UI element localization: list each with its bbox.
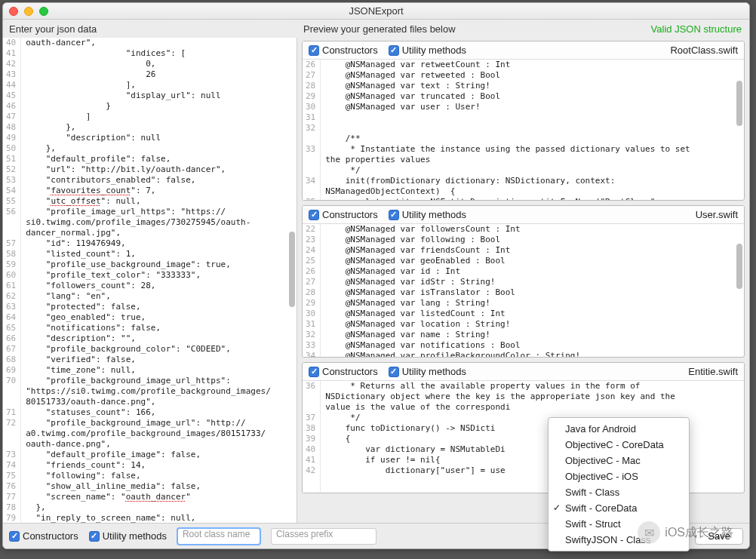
file-name: RootClass.swift xyxy=(670,45,738,56)
utility-label: Utility methods xyxy=(402,45,466,56)
left-header: Enter your json data xyxy=(3,23,297,35)
utility-check[interactable]: Utility methods xyxy=(389,45,466,56)
code-preview[interactable]: 22 23 24 25 26 27 28 29 30 31 32 33 34 3… xyxy=(303,224,744,357)
checkbox-icon[interactable] xyxy=(89,531,100,542)
checkbox-icon[interactable] xyxy=(309,210,319,220)
line-gutter: 26 27 28 29 30 31 32 33 34 35 36 xyxy=(303,60,321,200)
panel-header: Constructors Utility methods RootClass.s… xyxy=(303,41,744,60)
dropdown-item[interactable]: ObjectiveC - iOS xyxy=(549,468,689,484)
placeholder-text: Classes prefix xyxy=(276,529,333,539)
zoom-icon[interactable] xyxy=(39,7,48,16)
checkbox-icon[interactable] xyxy=(309,367,319,377)
wechat-icon: ✉ xyxy=(638,521,660,544)
scrollbar-thumb[interactable] xyxy=(736,81,742,126)
scrollbar-thumb[interactable] xyxy=(736,244,742,289)
constructors-check[interactable]: Constructors xyxy=(309,366,378,377)
dropdown-item[interactable]: Swift - CoreData xyxy=(549,500,689,516)
checkbox-icon[interactable] xyxy=(389,210,399,220)
window-title: JSONExport xyxy=(3,5,749,17)
line-gutter: 36 37 38 39 40 41 42 xyxy=(303,381,321,493)
placeholder-text: Root class name xyxy=(183,529,250,539)
dropdown-item[interactable]: ObjectiveC - Mac xyxy=(549,453,689,468)
section-headers: Enter your json data Preview your genera… xyxy=(3,20,749,38)
code-preview[interactable]: 26 27 28 29 30 31 32 33 34 35 36 @NSMana… xyxy=(303,60,744,200)
utility-label: Utility methods xyxy=(402,366,466,377)
panel-header: Constructors Utility methods Entitie.swi… xyxy=(303,363,744,381)
constructors-check[interactable]: Constructors xyxy=(309,209,378,220)
checkbox-icon[interactable] xyxy=(389,45,399,56)
constructors-label: Constructors xyxy=(23,530,78,542)
json-editor[interactable]: 40 41 42 43 44 45 46 47 48 49 50 51 52 5… xyxy=(3,38,297,523)
utility-label: Utility methods xyxy=(402,209,466,220)
file-name: User.swift xyxy=(696,209,738,220)
line-gutter: 40 41 42 43 44 45 46 47 48 49 50 51 52 5… xyxy=(3,38,21,523)
footer-constructors-check[interactable]: Constructors xyxy=(9,530,78,542)
preview-panel-1: Constructors Utility methods RootClass.s… xyxy=(302,41,745,201)
dropdown-item[interactable]: ObjectiveC - CoreData xyxy=(549,437,689,453)
dropdown-item[interactable]: Swift - Class xyxy=(549,484,689,500)
panel-header: Constructors Utility methods User.swift xyxy=(303,206,744,224)
watermark-text: iOS成长之路 xyxy=(665,525,733,541)
footer-utility-check[interactable]: Utility methods xyxy=(89,530,167,542)
line-gutter: 22 23 24 25 26 27 28 29 30 31 32 33 34 3… xyxy=(303,224,321,357)
checkbox-icon[interactable] xyxy=(309,45,319,56)
preview-panel-2: Constructors Utility methods User.swift … xyxy=(302,205,745,358)
minimize-icon[interactable] xyxy=(24,7,33,16)
checkbox-icon[interactable] xyxy=(389,367,399,377)
close-icon[interactable] xyxy=(9,7,18,16)
checkbox-icon[interactable] xyxy=(9,531,20,542)
file-name: Entitie.swift xyxy=(688,366,738,377)
constructors-label: Constructors xyxy=(322,209,378,220)
constructors-check[interactable]: Constructors xyxy=(309,45,378,56)
json-input-pane[interactable]: 40 41 42 43 44 45 46 47 48 49 50 51 52 5… xyxy=(3,38,297,523)
traffic-lights xyxy=(9,7,48,16)
json-text[interactable]: oauth-dancer", "indices": [ 0, 26 ], "di… xyxy=(21,38,297,523)
code-text: @NSManaged var followersCount : Int @NSM… xyxy=(321,224,744,357)
utility-check[interactable]: Utility methods xyxy=(389,366,466,377)
utility-label: Utility methods xyxy=(103,530,167,542)
dropdown-item[interactable]: Java for Android xyxy=(549,421,689,437)
json-status: Valid JSON structure xyxy=(651,23,749,35)
titlebar[interactable]: JSONExport xyxy=(3,3,749,20)
constructors-label: Constructors xyxy=(322,366,378,377)
constructors-label: Constructors xyxy=(322,45,378,56)
prefix-input[interactable]: Classes prefix xyxy=(271,528,376,545)
watermark: ✉ iOS成长之路 xyxy=(638,521,733,544)
utility-check[interactable]: Utility methods xyxy=(389,209,466,220)
scrollbar-thumb[interactable] xyxy=(289,232,295,307)
code-text: @NSManaged var retweetCount : Int @NSMan… xyxy=(321,60,744,200)
root-class-input[interactable]: Root class name xyxy=(177,528,260,545)
center-header: Preview your generated files below xyxy=(297,23,651,35)
